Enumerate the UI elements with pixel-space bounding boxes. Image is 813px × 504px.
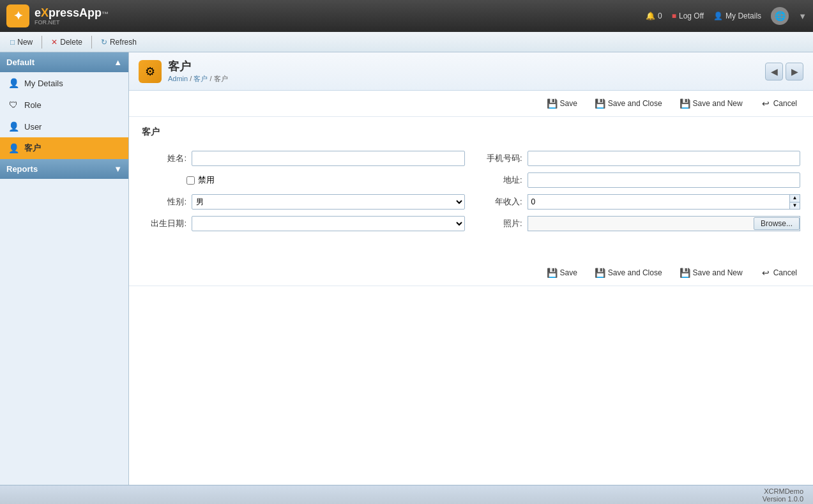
sidebar-group-reports[interactable]: Reports ▼ [0,159,128,179]
my-details-btn[interactable]: 👤 My Details [713,11,761,20]
dob-label: 出生日期: [142,218,186,229]
save-and-new-button-top[interactable]: 💾 Save and New [674,96,749,111]
new-label: New [17,38,33,47]
logo-text-area: eXpressApp™ FOR.NET [34,6,109,26]
page-icon: ⚙ [139,60,162,83]
save-and-close-button-bottom[interactable]: 💾 Save and Close [589,265,669,280]
save-label-bottom: Save [560,268,577,277]
breadcrumb-level1[interactable]: 客户 [194,75,208,82]
reports-expand-icon: ▼ [114,164,122,174]
separator-1 [42,36,42,49]
nav-arrows: ◀ ▶ [765,63,803,80]
income-spinbox: ▲ ▼ [528,194,801,210]
refresh-button[interactable]: ↻ Refresh [96,36,142,49]
income-input[interactable] [528,195,790,209]
form-section-title: 客户 [142,126,800,141]
address-input[interactable] [528,172,801,188]
gender-label: 性别: [142,196,186,208]
name-row: 姓名: [142,151,465,166]
breadcrumb-admin[interactable]: Admin [168,75,188,82]
page-header: ⚙ 客户 Admin / 客户 / 客户 ◀ [129,52,813,91]
income-row: 年收入: ▲ ▼ [478,194,801,210]
save-close-icon-top: 💾 [595,98,605,109]
sidebar-item-user[interactable]: 👤 User [0,116,128,137]
sidebar-item-label: User [24,122,42,132]
save-and-close-button-top[interactable]: 💾 Save and Close [589,96,669,111]
logoff-btn[interactable]: ■ Log Off [672,11,704,20]
back-button[interactable]: ◀ [765,63,783,80]
name-label: 姓名: [142,153,186,164]
save-button-bottom[interactable]: 💾 Save [541,265,584,280]
save-label-top: Save [560,99,577,108]
top-action-bar: 💾 Save 💾 Save and Close 💾 Save and New ↩… [129,91,813,117]
bottom-action-bar: 💾 Save 💾 Save and Close 💾 Save and New ↩… [129,260,813,286]
refresh-icon: ↻ [101,38,107,47]
photo-row: 照片: Browse... [478,216,801,231]
save-new-icon-top: 💾 [680,98,690,109]
breadcrumb: Admin / 客户 / 客户 [168,74,228,84]
header-actions: 🔔 0 ■ Log Off 👤 My Details 🌐 ▼ [646,7,807,25]
sidebar-item-my-details[interactable]: 👤 My Details [0,72,128,94]
income-spinbox-btns: ▲ ▼ [789,195,800,209]
sidebar-item-customer[interactable]: 👤 客户 [0,137,128,159]
refresh-label: Refresh [110,38,137,47]
forward-button[interactable]: ▶ [786,63,803,80]
sidebar-item-label: Role [24,100,42,110]
cancel-label-top: Cancel [773,99,797,108]
logo-icon: ✦ [6,4,29,27]
browse-label: Browse... [761,219,793,228]
delete-label: Delete [60,38,82,47]
disabled-label: 禁用 [198,174,215,186]
form-row-1: 姓名: 手机号码: [142,151,800,166]
gender-row: 性别: 男 女 [142,194,465,210]
globe-icon: 🌐 [775,11,786,21]
save-close-icon-bottom: 💾 [595,268,605,278]
phone-row: 手机号码: [478,151,801,166]
phone-input[interactable] [528,151,801,166]
my-details-label: My Details [726,11,761,20]
settings-globe-btn[interactable]: 🌐 [771,7,789,25]
save-icon-bottom: 💾 [547,268,558,278]
cancel-button-bottom[interactable]: ↩ Cancel [754,265,803,280]
form-container: 客户 姓名: 手机号码: [129,117,813,247]
income-increment[interactable]: ▲ [790,195,800,202]
customer-icon: 👤 [8,142,19,154]
logoff-label: Log Off [679,11,704,20]
disabled-row: 禁用 [142,172,465,188]
cancel-icon-top: ↩ [761,98,771,109]
main-toolbar: □ New ✕ Delete ↻ Refresh [0,32,813,52]
disabled-checkbox[interactable] [186,176,195,185]
gender-select[interactable]: 男 女 [192,194,465,210]
sidebar-group-default[interactable]: Default ▲ [0,52,128,72]
notification-count: 0 [658,11,662,20]
cancel-button-top[interactable]: ↩ Cancel [754,96,803,111]
sidebar-item-label: 客户 [24,142,41,154]
page-title-area: ⚙ 客户 Admin / 客户 / 客户 [139,59,228,84]
save-close-label-top: Save and Close [608,99,662,108]
logoff-icon: ■ [672,11,676,20]
dob-select[interactable] [192,216,465,231]
sidebar-item-role[interactable]: 🛡 Role [0,94,128,116]
browse-button[interactable]: Browse... [754,217,800,230]
new-button[interactable]: □ New [5,36,38,49]
sidebar-item-label: My Details [24,79,63,88]
new-icon: □ [10,38,15,47]
footer-text-area: XCRMDemo Version 1.0.0 [763,487,803,503]
save-new-label-top: Save and New [693,99,743,108]
dropdown-arrow[interactable]: ▼ [798,11,807,21]
income-decrement[interactable]: ▼ [790,202,800,210]
delete-icon: ✕ [51,38,57,47]
save-button-top[interactable]: 💾 Save [541,96,584,111]
content-inner: ⚙ 客户 Admin / 客户 / 客户 ◀ [129,52,813,485]
sidebar: Default ▲ 👤 My Details 🛡 Role 👤 User 👤 客… [0,52,129,485]
footer-version: Version 1.0.0 [763,495,803,503]
app-header: ✦ eXpressApp™ FOR.NET 🔔 0 ■ Log Off 👤 My… [0,0,813,32]
app-subtitle: FOR.NET [34,20,109,26]
save-and-new-button-bottom[interactable]: 💾 Save and New [674,265,749,280]
save-new-icon-bottom: 💾 [680,268,690,278]
notification-btn[interactable]: 🔔 0 [646,11,662,20]
cancel-label-bottom: Cancel [773,268,797,277]
delete-button[interactable]: ✕ Delete [46,36,87,49]
name-input[interactable] [192,151,465,166]
save-icon-top: 💾 [547,98,558,109]
